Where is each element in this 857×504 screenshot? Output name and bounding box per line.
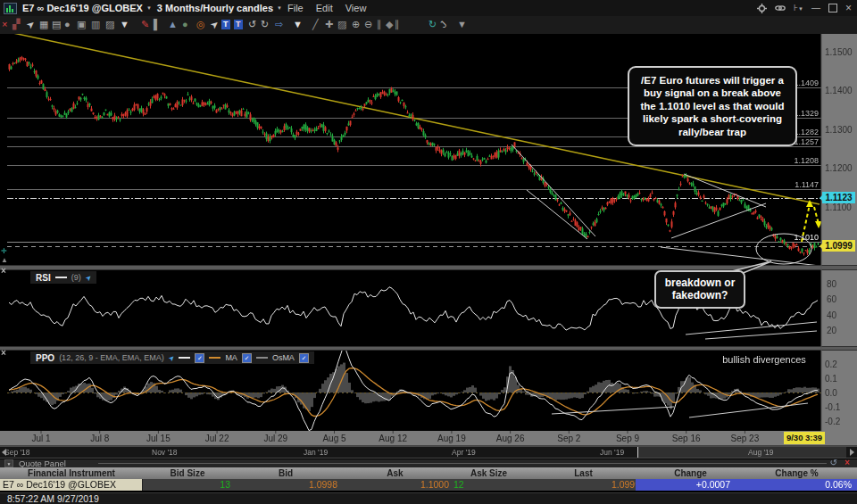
ppo-title: PPO (36, 353, 54, 363)
divider-right-icon[interactable]: ∥ (395, 18, 400, 31)
diamond-marker-icon[interactable]: ◆ (386, 18, 393, 31)
close-panel-icon[interactable]: × (2, 18, 7, 31)
trading-app-window: E7 ∞ Dec16'19 @GLOBEX ▼ 3 Months/Hourly … (0, 0, 857, 504)
quote-refresh-icon[interactable]: ↺ (830, 458, 837, 467)
symbol-caret-icon[interactable]: ▼ (146, 5, 152, 11)
chart-note-annotation[interactable]: /E7 Euro futures will trigger a buy sign… (628, 66, 797, 146)
minimize-icon[interactable]: — (811, 4, 820, 12)
symbol-title[interactable]: E7 ∞ Dec16'19 @GLOBEX (22, 3, 143, 13)
rsi-header[interactable]: RSI (9) ➤ (30, 271, 96, 284)
ppo-osma-line-sample (256, 357, 268, 359)
indicator-pointer-icon[interactable]: ➤ (166, 352, 176, 362)
ppo-line-checkbox[interactable]: ✓ (195, 353, 204, 363)
gear-icon[interactable] (757, 4, 767, 13)
status-bar: 8:57:22 AM 9/27/2019 (0, 492, 857, 504)
close-icon[interactable]: × (845, 4, 852, 12)
ppo-ma-line-sample (209, 357, 220, 359)
chart-style-icon[interactable]: ▥ (91, 18, 100, 31)
col-ask[interactable]: Ask (339, 467, 451, 479)
quote-header-rule (98, 463, 827, 464)
quote-close-icon[interactable]: × (845, 458, 850, 467)
draw-menu-caret-icon[interactable]: ▼ (293, 18, 303, 31)
pointer-tool-icon[interactable]: ➤ (23, 17, 38, 32)
redo-icon[interactable]: ↻ (261, 18, 269, 31)
rsi-line-sample (55, 277, 67, 278)
drawing-toolbar: ×▞➤▦▤●▣▥▨▼✎▌▲●◎➤TT↺↻⇨▼╱✚▨⊕⊖∥◆∥↻J▼ (0, 16, 857, 34)
col-change[interactable]: Change (640, 467, 741, 479)
hatch-tool-icon[interactable]: ▨ (337, 18, 346, 31)
ellipse-tool-icon[interactable]: ● (64, 18, 71, 31)
menu-file[interactable]: File (287, 3, 304, 13)
cross-tool-icon[interactable]: ✚ (325, 18, 333, 31)
tools-caret-icon[interactable]: ▼ (457, 18, 467, 31)
col-last[interactable]: Last (527, 467, 640, 479)
triangle-tool-icon[interactable]: ▲ (168, 18, 178, 31)
quote-row[interactable]: E7 ∞ Dec16'19 @GLOBEX 13 1.0998 1.1000 1… (0, 479, 857, 491)
col-bid[interactable]: Bid (232, 467, 339, 479)
ppo-osma-checkbox[interactable]: ✓ (299, 353, 309, 363)
rsi-close-icon[interactable]: × (1, 267, 9, 275)
ppo-close-icon[interactable]: × (1, 349, 9, 357)
titlebar: E7 ∞ Dec16'19 @GLOBEX ▼ 3 Months/Hourly … (0, 0, 857, 17)
ppo-osma-label: OsMA (272, 353, 295, 362)
time-chip: 9/30 3:39 (784, 432, 825, 444)
dot-tool-icon[interactable]: ● (182, 18, 188, 31)
small-cursor-icon[interactable]: ➤ (207, 17, 222, 32)
col-change-pct[interactable]: Change % (741, 467, 853, 479)
rsi-title: RSI (36, 273, 51, 283)
quote-collapse-button[interactable]: ▼ (4, 459, 13, 467)
settings-wrench-icon[interactable]: J (437, 18, 450, 30)
ask-cell: 1.1000 (339, 479, 449, 491)
text-callout-icon[interactable]: T (234, 20, 243, 29)
layers-tool-icon[interactable]: ▤ (52, 18, 61, 31)
text-note-icon[interactable]: T (221, 20, 230, 29)
indicator-pointer-icon[interactable]: ➤ (83, 272, 93, 282)
arrow-tool-icon[interactable]: ⇨ (275, 18, 283, 31)
zoom-in-icon[interactable]: ⊕ (352, 18, 360, 31)
divider-left-icon[interactable]: ∥ (377, 18, 382, 31)
change-pct-cell: 0.06% (741, 479, 857, 491)
price-chip-cyan: 1.1123 (822, 192, 855, 203)
trendline-tool-icon[interactable]: ╱ (312, 18, 319, 31)
bid-cell: 1.0998 (232, 479, 337, 491)
undo-icon[interactable]: ↺ (248, 18, 256, 31)
pin-icon[interactable]: ⊦▼ (794, 4, 803, 13)
divergence-annotation[interactable]: bullish divergences (721, 354, 807, 366)
col-bid-size[interactable]: Bid Size (143, 467, 232, 479)
ask-size-cell: 12 (453, 479, 507, 491)
image-tool-icon[interactable]: ▣ (77, 18, 86, 31)
clock-text: 8:57:22 AM 9/27/2019 (7, 493, 99, 504)
refresh-icon[interactable]: ↻ (428, 18, 437, 31)
pointer-handle-icon[interactable]: ▲ (1, 257, 8, 264)
ppo-line-sample (179, 357, 190, 359)
ppo-ma-label: MA (225, 353, 237, 362)
ppo-ma-checkbox[interactable]: ✓ (242, 353, 252, 363)
chart-menu-caret-icon[interactable]: ▼ (120, 18, 129, 31)
multi-chart-icon[interactable]: ▨ (105, 18, 114, 31)
ppo-header[interactable]: PPO (12, 26, 9 - EMA, EMA, EMA) ➤ ✓ MA ✓… (30, 351, 314, 364)
target-tool-icon[interactable]: ◎ (196, 18, 205, 31)
draw-pencil-icon[interactable]: ✎ (141, 18, 149, 31)
col-ask-size[interactable]: Ask Size (451, 467, 527, 479)
menu-view[interactable]: View (345, 3, 367, 13)
link-icon[interactable] (775, 4, 786, 12)
maximize-icon[interactable] (828, 4, 837, 12)
timeframe-title[interactable]: 3 Months/Hourly candles (157, 3, 273, 13)
rsi-params: (9) (71, 273, 81, 282)
menu-edit[interactable]: Edit (316, 3, 333, 13)
snap-grid-icon[interactable]: ▞ (12, 18, 20, 31)
zoom-out-icon[interactable]: ⊖ (364, 18, 372, 31)
volume-bars-icon[interactable]: ▌ (154, 18, 161, 31)
price-chip-last: 1.0999 (822, 240, 855, 252)
timeframe-caret-icon[interactable]: ▼ (277, 5, 282, 11)
callout-bubble[interactable]: breakdown or fakedown? (654, 270, 745, 309)
quote-column-headers: Financial Instrument Bid Size Bid Ask As… (0, 467, 857, 479)
anchor-handle-icon[interactable]: ✛ (1, 248, 7, 255)
change-cell: +0.0007 (636, 479, 741, 491)
grid-tool-icon[interactable]: ▦ (39, 18, 48, 31)
instrument-cell[interactable]: E7 ∞ Dec16'19 @GLOBEX (0, 479, 143, 491)
quote-panel: ▼ Quote Panel ↺ × Financial Instrument B… (0, 459, 857, 492)
bid-size-cell: 13 (143, 479, 230, 491)
last-cell: 1.0999 (527, 479, 640, 491)
col-financial-instrument[interactable]: Financial Instrument (0, 467, 143, 479)
